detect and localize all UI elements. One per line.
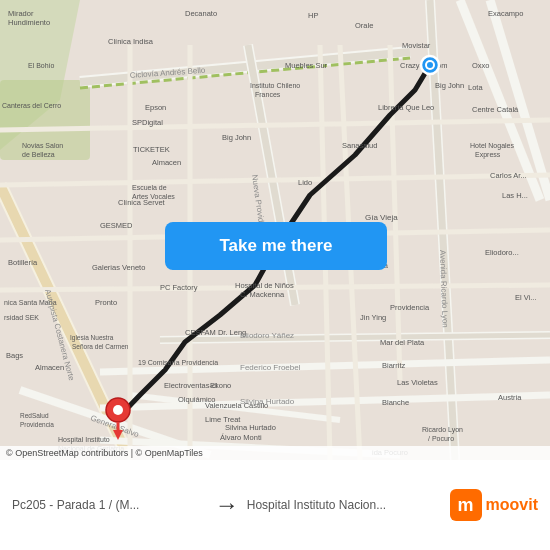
svg-text:Jin Ying: Jin Ying [360, 313, 386, 322]
svg-text:Silvina Hurtado: Silvina Hurtado [225, 423, 276, 432]
svg-text:Epson: Epson [145, 103, 166, 112]
svg-text:Galerias Veneto: Galerias Veneto [92, 263, 145, 272]
svg-text:Decanato: Decanato [185, 9, 217, 18]
route-from: Pc205 - Parada 1 / (M... [12, 498, 207, 512]
svg-text:Hundimiento: Hundimiento [8, 18, 50, 27]
svg-text:Escuela de: Escuela de [132, 184, 167, 191]
map-container: Mirador Hundimiento El Bohío Clínica Ind… [0, 0, 550, 460]
svg-text:Hospital de Niños: Hospital de Niños [235, 281, 294, 290]
svg-text:Botillería: Botillería [8, 258, 38, 267]
route-to: Hospital Instituto Nacion... [247, 498, 442, 512]
svg-text:Mirador: Mirador [8, 9, 34, 18]
svg-text:Big John: Big John [222, 133, 251, 142]
svg-text:Federico Froebel: Federico Froebel [240, 363, 301, 372]
svg-text:Biarritz: Biarritz [382, 361, 406, 370]
take-me-there-button[interactable]: Take me there [165, 222, 387, 270]
svg-text:Bags: Bags [6, 351, 23, 360]
svg-text:/ Pocuro: / Pocuro [428, 435, 454, 442]
svg-text:Pronto: Pronto [95, 298, 117, 307]
svg-text:Álvaro Monti: Álvaro Monti [220, 433, 262, 442]
svg-text:19 Comisaría Providencia: 19 Comisaría Providencia [138, 359, 218, 366]
svg-text:CESFAM Dr. Leng: CESFAM Dr. Leng [185, 328, 246, 337]
svg-text:Movistar: Movistar [402, 41, 431, 50]
svg-text:Orale: Orale [355, 21, 373, 30]
svg-text:Express: Express [475, 151, 501, 159]
svg-text:GESMED: GESMED [100, 221, 133, 230]
svg-text:Providencia: Providencia [390, 303, 430, 312]
svg-text:Instituto Chileno: Instituto Chileno [250, 82, 300, 89]
svg-text:Austria: Austria [498, 393, 522, 402]
svg-text:Carlos Ar...: Carlos Ar... [490, 171, 527, 180]
svg-text:de Belleza: de Belleza [22, 151, 55, 158]
svg-text:Eliodoro Yáñez: Eliodoro Yáñez [240, 331, 294, 340]
moovit-m-icon: m [450, 489, 482, 521]
svg-text:Exacampo: Exacampo [488, 9, 523, 18]
svg-text:Centre Catalá: Centre Catalá [472, 105, 519, 114]
svg-text:Muebles Sur: Muebles Sur [285, 61, 328, 70]
svg-text:Silvina Hurtado: Silvina Hurtado [240, 397, 295, 406]
svg-text:PC Factory: PC Factory [160, 283, 198, 292]
svg-text:HP: HP [308, 11, 318, 20]
svg-text:Iglesia Nuestra: Iglesia Nuestra [70, 334, 114, 342]
svg-text:Eliodoro...: Eliodoro... [485, 248, 519, 257]
svg-text:Lota: Lota [468, 83, 483, 92]
svg-text:Big John: Big John [435, 81, 464, 90]
svg-text:Blanche: Blanche [382, 398, 409, 407]
svg-point-119 [113, 405, 123, 415]
route-from-label: Pc205 - Parada 1 / (M... [12, 498, 207, 512]
svg-text:Almacen: Almacen [152, 158, 181, 167]
svg-text:TICKETEK: TICKETEK [133, 145, 170, 154]
route-arrow-icon: → [215, 491, 239, 519]
svg-text:C. Mackenna: C. Mackenna [240, 290, 285, 299]
svg-text:Clínica Indisa: Clínica Indisa [108, 37, 154, 46]
app: Mirador Hundimiento El Bohío Clínica Ind… [0, 0, 550, 550]
svg-text:SPDigital: SPDigital [132, 118, 163, 127]
route-to-label: Hospital Instituto Nacion... [247, 498, 442, 512]
svg-text:Señora del Carmen: Señora del Carmen [72, 343, 129, 350]
svg-text:Las H...: Las H... [502, 191, 528, 200]
moovit-text: moovit [486, 496, 538, 514]
svg-text:Novias Salon: Novias Salon [22, 142, 63, 149]
svg-text:Oxxo: Oxxo [472, 61, 490, 70]
svg-text:rsidad SEK: rsidad SEK [4, 314, 39, 321]
svg-text:Ricardo Lyon: Ricardo Lyon [422, 426, 463, 434]
svg-text:El Vi...: El Vi... [515, 293, 537, 302]
svg-text:RedSalud: RedSalud [20, 412, 49, 419]
svg-text:Hotel Nogales: Hotel Nogales [470, 142, 514, 150]
attribution-text: © OpenStreetMap contributors | © OpenMap… [6, 448, 203, 458]
svg-point-117 [427, 62, 433, 68]
svg-text:Canteras del Cerro: Canteras del Cerro [2, 102, 61, 109]
moovit-logo: m moovit [450, 489, 538, 521]
svg-text:Lido: Lido [298, 178, 312, 187]
svg-text:Mar del Plata: Mar del Plata [380, 338, 425, 347]
svg-text:Las Violetas: Las Violetas [397, 378, 438, 387]
attribution-bar: © OpenStreetMap contributors | © OpenMap… [0, 446, 550, 460]
svg-text:Librería Que Leo: Librería Que Leo [378, 103, 434, 112]
svg-text:Providencia: Providencia [20, 421, 54, 428]
svg-text:Hospital Instituto: Hospital Instituto [58, 436, 110, 444]
svg-text:Frances: Frances [255, 91, 281, 98]
svg-text:Clínica Servet: Clínica Servet [118, 198, 166, 207]
svg-text:Ekono: Ekono [210, 381, 231, 390]
bottom-bar: Pc205 - Parada 1 / (M... → Hospital Inst… [0, 460, 550, 550]
svg-text:Sanasalud: Sanasalud [342, 141, 377, 150]
svg-text:El Bohío: El Bohío [28, 62, 55, 69]
svg-text:Almacen: Almacen [35, 363, 64, 372]
svg-text:Gía Vieja: Gía Vieja [365, 213, 398, 222]
